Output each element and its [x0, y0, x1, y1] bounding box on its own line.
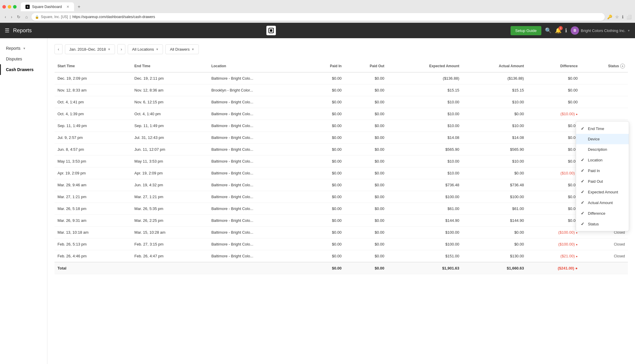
prev-date-button[interactable]: ‹ [55, 44, 63, 54]
table-row: Mar. 26, 5:18 pm Mar. 26, 5:35 pm Baltim… [55, 203, 628, 215]
user-menu[interactable]: B Bright Colors Clothing Inc. ▼ [571, 26, 630, 35]
reload-button[interactable]: ↻ [16, 13, 22, 20]
dropdown-item-label: Expected Amount [588, 190, 618, 194]
close-dot[interactable] [2, 5, 6, 9]
dropdown-item-expected-amount[interactable]: ✓Expected Amount [576, 187, 629, 197]
cell-paid-out: $0.00 [345, 144, 387, 155]
cell-start-time: Mar. 13, 10:18 am [55, 227, 132, 238]
col-header-difference: Difference [527, 60, 580, 72]
cell-paid-in: $0.00 [308, 132, 344, 144]
dropdown-item-difference[interactable]: ✓Difference [576, 208, 629, 219]
dropdown-item-actual-amount[interactable]: ✓Actual Amount [576, 197, 629, 208]
col-header-paid-in: Paid In [308, 60, 344, 72]
cell-actual-amount: $10.00 [462, 155, 527, 167]
cell-actual-amount: $15.15 [462, 84, 527, 96]
home-button[interactable]: ⌂ [24, 13, 29, 20]
table-row: Feb. 26, 5:13 pm Feb. 27, 3:15 pm Baltim… [55, 238, 628, 250]
cell-actual-amount: $0.00 [462, 238, 527, 250]
help-icon[interactable]: ℹ [565, 27, 567, 34]
cell-expected-amount: $10.00 [387, 155, 462, 167]
cash-drawers-table: Start Time End Time Location Paid In Pai… [55, 60, 628, 274]
cell-actual-amount: ($136.88) [462, 72, 527, 84]
user-menu-chevron-icon: ▼ [627, 29, 630, 32]
cell-location: Baltimore - Bright Colo... [208, 132, 308, 144]
dropdown-item-end-time[interactable]: ✓End Time [576, 123, 629, 134]
check-icon: ✓ [581, 190, 586, 194]
notification-icon[interactable]: 🔔 1 [555, 27, 562, 34]
user-name: Bright Colors Clothing Inc. [581, 28, 626, 33]
cell-expected-amount: $100.00 [387, 227, 462, 238]
date-range-chevron-icon: ▼ [108, 48, 111, 51]
forward-button[interactable]: › [10, 13, 14, 20]
url-bar[interactable]: 🔒 Square, Inc. [US] | https://squareup.c… [31, 13, 605, 21]
back-button[interactable]: ‹ [4, 13, 7, 20]
cell-end-time: Mar. 26, 2:25 pm [132, 215, 209, 227]
date-range-button[interactable]: Jan. 2018–Dec. 2018 ▼ [65, 44, 115, 54]
cell-expected-amount: $15.15 [387, 84, 462, 96]
cell-paid-out: $0.00 [345, 167, 387, 179]
dropdown-item-status[interactable]: ✓Status [576, 219, 629, 229]
next-date-button[interactable]: › [117, 44, 125, 54]
avatar: B [571, 26, 579, 35]
cell-difference: $0.00 [527, 191, 580, 203]
drawer-filter-label: All Drawers [170, 47, 189, 52]
sidebar-item-cash-drawers-label: Cash Drawers [6, 67, 33, 72]
maximize-dot[interactable] [13, 5, 17, 9]
dropdown-item-paid-out[interactable]: ✓Paid Out [576, 176, 629, 187]
cell-paid-in: $0.00 [308, 238, 344, 250]
tab-close-icon[interactable]: ✕ [66, 5, 69, 9]
cell-location: Baltimore - Bright Colo... [208, 96, 308, 108]
minimize-dot[interactable] [8, 5, 11, 9]
dropdown-item-device[interactable]: Device [576, 134, 629, 144]
cell-start-time: Mar. 26, 9:31 am [55, 215, 132, 227]
browser-action-icons: 🔑 ☆ ℹ ⬜ [607, 15, 631, 19]
dropdown-item-description[interactable]: Description [576, 144, 629, 155]
cell-paid-out: $0.00 [345, 120, 387, 132]
cell-end-time: Sep. 11, 1:49 pm [132, 120, 209, 132]
extension-icon: ⬜ [626, 15, 631, 19]
dropdown-item-paid-in[interactable]: ✓Paid In [576, 165, 629, 176]
cell-end-time: Apr. 19, 2:09 pm [132, 167, 209, 179]
cell-status [580, 72, 628, 84]
notification-badge: 1 [559, 26, 563, 30]
cell-paid-in: $0.00 [308, 96, 344, 108]
hamburger-button[interactable]: ☰ [5, 27, 9, 34]
cell-expected-amount: $10.00 [387, 120, 462, 132]
cell-end-time: Mar. 26, 5:35 pm [132, 203, 209, 215]
sidebar-item-cash-drawers[interactable]: Cash Drawers [0, 64, 47, 75]
cell-status [580, 108, 628, 120]
tab-bar: S Square Dashboard ✕ + [0, 0, 635, 11]
new-tab-button[interactable]: + [75, 3, 83, 11]
drawer-filter-button[interactable]: All Drawers ▼ [165, 44, 199, 54]
cell-expected-amount: $10.00 [387, 167, 462, 179]
cell-difference: $0.00 [527, 179, 580, 191]
table-row: Sep. 11, 1:49 pm Sep. 11, 1:49 pm Baltim… [55, 120, 628, 132]
search-icon[interactable]: 🔍 [545, 27, 551, 34]
cell-difference: $0.00 [527, 84, 580, 96]
cell-location: Baltimore - Bright Colo... [208, 191, 308, 203]
cell-expected-amount: $61.00 [387, 203, 462, 215]
check-icon: ✓ [581, 126, 586, 131]
lock-icon: 🔒 [35, 15, 39, 19]
cell-start-time: May 11, 3:53 pm [55, 155, 132, 167]
cell-start-time: Mar. 29, 9:46 am [55, 179, 132, 191]
active-tab[interactable]: S Square Dashboard ✕ [21, 2, 74, 11]
dropdown-item-location[interactable]: ✓Location [576, 155, 629, 165]
cell-end-time: Mar. 15, 10:28 am [132, 227, 209, 238]
cell-end-time: Jun. 11, 12:07 pm [132, 144, 209, 155]
drawer-chevron-icon: ▼ [191, 48, 194, 51]
column-settings-icon[interactable]: + [620, 64, 625, 68]
star-icon[interactable]: ☆ [615, 15, 619, 19]
cell-difference: $0.00 [527, 120, 580, 132]
cell-actual-amount: $736.48 [462, 179, 527, 191]
setup-guide-button[interactable]: Setup Guide [511, 26, 541, 35]
cell-paid-in: $0.00 [308, 250, 344, 262]
sidebar-item-reports[interactable]: Reports ▼ [0, 43, 47, 54]
location-filter-button[interactable]: All Locations ▼ [128, 44, 163, 54]
cell-end-time: Nov. 6, 12:15 pm [132, 96, 209, 108]
cell-location: Baltimore - Bright Colo... [208, 144, 308, 155]
sidebar-item-disputes[interactable]: Disputes [0, 54, 47, 64]
cell-paid-out: $0.00 [345, 132, 387, 144]
dropdown-item-label: Device [588, 137, 600, 141]
cell-end-time: Mar. 27, 1:21 pm [132, 191, 209, 203]
